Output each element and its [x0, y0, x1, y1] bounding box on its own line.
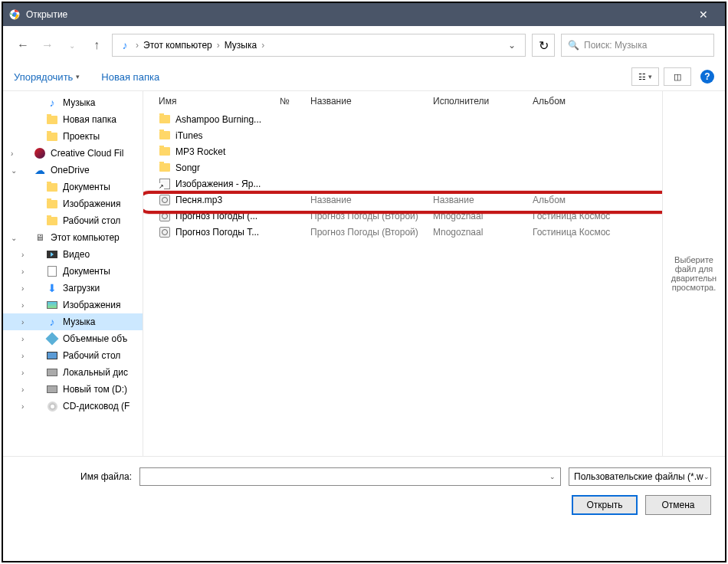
- folder-tree: ♪МузыкаНовая папкаПроекты›Creative Cloud…: [3, 91, 143, 456]
- tree-item[interactable]: ⌄☁OneDrive: [3, 162, 143, 179]
- tree-item-label: Рабочий стол: [63, 215, 120, 226]
- tree-item[interactable]: Изображения: [3, 195, 143, 212]
- tree-item-label: Локальный дис: [63, 367, 128, 378]
- refresh-button[interactable]: ↻: [532, 34, 555, 57]
- file-name: Песня.mp3: [175, 195, 222, 205]
- tree-item[interactable]: ›CD-дисковод (F: [3, 398, 143, 415]
- col-name[interactable]: Имя: [143, 96, 274, 107]
- image-icon: [46, 299, 58, 311]
- tree-item[interactable]: Рабочий стол: [3, 212, 143, 229]
- creative-cloud-icon: [34, 147, 46, 159]
- tree-item[interactable]: ›Локальный дис: [3, 364, 143, 381]
- folder-icon: [46, 113, 58, 126]
- file-title: Название: [304, 195, 427, 205]
- tree-item[interactable]: ›Новый том (D:): [3, 381, 143, 398]
- filename-input[interactable]: ⌄: [139, 467, 561, 486]
- file-row[interactable]: Songr: [143, 159, 662, 175]
- breadcrumb-dropdown[interactable]: ⌄: [502, 40, 522, 51]
- forward-button[interactable]: →: [38, 36, 57, 54]
- file-row[interactable]: MP3 Rocket: [143, 143, 662, 159]
- col-num[interactable]: №: [274, 96, 304, 107]
- tree-item[interactable]: Документы: [3, 179, 143, 195]
- help-button[interactable]: ?: [700, 70, 714, 84]
- onedrive-icon: ☁: [34, 164, 46, 176]
- tree-item-label: Рабочий стол: [63, 350, 120, 361]
- preview-pane-button[interactable]: ◫: [664, 67, 691, 86]
- file-row[interactable]: iTunes: [143, 127, 662, 143]
- close-button[interactable]: ✕: [688, 8, 719, 21]
- expand-icon[interactable]: ⌄: [11, 234, 20, 242]
- tree-item[interactable]: ›⬇Загрузки: [3, 280, 143, 297]
- drive-icon: [46, 366, 58, 379]
- file-row[interactable]: Прогноз Погоды Т...Прогноз Погоды (Второ…: [143, 224, 662, 240]
- expand-icon[interactable]: ›: [21, 267, 31, 276]
- file-title: Прогноз Погоды (Второй): [304, 211, 427, 221]
- chevron-icon: ›: [215, 40, 221, 51]
- tree-item[interactable]: Проекты: [3, 128, 143, 145]
- preview-pane: Выберите файл для дварительн просмотра.: [662, 91, 725, 456]
- file-row[interactable]: Ashampoo Burning...: [143, 111, 662, 127]
- chevron-icon: ›: [134, 40, 140, 51]
- cancel-button[interactable]: Отмена: [645, 495, 711, 515]
- tree-item[interactable]: ›Рабочий стол: [3, 347, 143, 364]
- expand-icon[interactable]: ›: [21, 284, 31, 293]
- open-button[interactable]: Открыть: [572, 495, 638, 515]
- cd-icon: [46, 400, 58, 412]
- col-album[interactable]: Альбом: [526, 96, 626, 107]
- file-album: Гостиница Космос: [526, 211, 626, 221]
- tree-item[interactable]: ›Изображения: [3, 297, 143, 313]
- file-row[interactable]: Прогноз Погоды (...Прогноз Погоды (Второ…: [143, 208, 662, 224]
- folder-icon: [159, 130, 171, 142]
- file-name: Songr: [175, 162, 200, 173]
- document-icon: [46, 265, 58, 277]
- audio-file-icon: [159, 226, 171, 238]
- chevron-icon: ›: [260, 40, 266, 51]
- expand-icon[interactable]: ›: [21, 251, 31, 259]
- tree-item[interactable]: ›Видео: [3, 246, 143, 263]
- audio-file-icon: [159, 194, 171, 206]
- file-name: MP3 Rocket: [175, 146, 225, 157]
- tree-item[interactable]: ›Creative Cloud Fil: [3, 145, 143, 162]
- up-button[interactable]: ↑: [87, 36, 106, 54]
- tree-item-label: Загрузки: [63, 283, 100, 293]
- tree-item-label: Новая папка: [63, 114, 116, 125]
- expand-icon[interactable]: ›: [21, 318, 31, 326]
- expand-icon[interactable]: ›: [21, 352, 31, 360]
- expand-icon[interactable]: ›: [21, 385, 31, 394]
- expand-icon[interactable]: ⌄: [11, 166, 20, 175]
- col-title[interactable]: Название: [304, 96, 427, 107]
- expand-icon[interactable]: ›: [21, 335, 31, 343]
- expand-icon[interactable]: ›: [21, 301, 31, 310]
- breadcrumb-item[interactable]: Этот компьютер: [140, 40, 215, 51]
- expand-icon[interactable]: ›: [21, 369, 31, 377]
- file-row[interactable]: Изображения - Яр...: [143, 175, 662, 192]
- file-title: Прогноз Погоды (Второй): [304, 227, 427, 238]
- search-icon: 🔍: [568, 40, 579, 51]
- desktop-icon: [46, 349, 58, 362]
- new-folder-button[interactable]: Новая папка: [101, 71, 159, 83]
- folder-icon: [159, 162, 171, 174]
- tree-item[interactable]: ›♪Музыка: [3, 313, 143, 330]
- view-mode-button[interactable]: ☷ ▾: [631, 67, 659, 86]
- file-type-filter[interactable]: Пользовательские файлы (*.w⌄: [569, 467, 711, 486]
- bottom-panel: Имя файла: ⌄ Пользовательские файлы (*.w…: [3, 456, 725, 526]
- recent-dropdown[interactable]: ⌄: [63, 36, 81, 54]
- expand-icon[interactable]: ›: [11, 149, 20, 158]
- tree-item-label: Проекты: [63, 131, 100, 142]
- search-input[interactable]: 🔍 Поиск: Музыка: [561, 34, 714, 57]
- breadcrumb-item[interactable]: Музыка: [221, 40, 260, 51]
- breadcrumb-bar[interactable]: ♪ › Этот компьютер › Музыка › ⌄: [112, 34, 526, 57]
- expand-icon[interactable]: ›: [21, 402, 31, 411]
- tree-item[interactable]: ♪Музыка: [3, 94, 143, 111]
- 3d-icon: [46, 333, 58, 345]
- tree-item-label: Этот компьютер: [51, 232, 120, 243]
- back-button[interactable]: ←: [14, 36, 32, 54]
- tree-item[interactable]: ›Объемные объ: [3, 330, 143, 347]
- search-placeholder: Поиск: Музыка: [584, 40, 647, 51]
- organize-button[interactable]: Упорядочить▾: [14, 71, 80, 83]
- tree-item[interactable]: Новая папка: [3, 111, 143, 128]
- col-artist[interactable]: Исполнители: [427, 96, 526, 107]
- file-row[interactable]: Песня.mp3НазваниеНазваниеАльбом: [143, 192, 662, 208]
- tree-item[interactable]: ⌄🖥Этот компьютер: [3, 229, 143, 246]
- tree-item[interactable]: ›Документы: [3, 263, 143, 280]
